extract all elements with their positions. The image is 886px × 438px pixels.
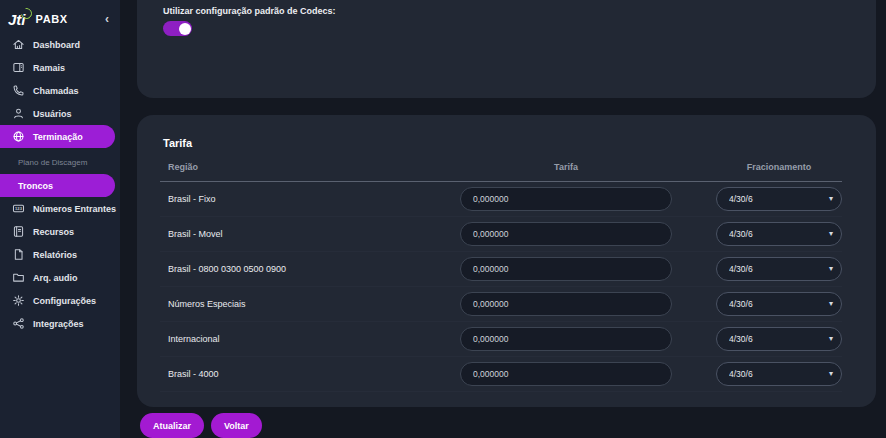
globe-icon <box>12 130 25 143</box>
region-label: Brasil - Movel <box>160 229 416 239</box>
table-row: Internacional4/30/6 <box>160 322 842 357</box>
sidebar-item-chamadas[interactable]: Chamadas <box>0 79 120 102</box>
tarifa-table-body: Brasil - Fixo4/30/6Brasil - Movel4/30/6B… <box>160 182 842 392</box>
fractionation-select[interactable]: 4/30/6 <box>716 292 842 316</box>
sidebar-item-label: Números Entrantes <box>33 204 116 214</box>
sidebar: Jti PABX ‹ DashboardRamaisChamadasUsuári… <box>0 0 120 438</box>
sidebar-item-ramais[interactable]: Ramais <box>0 56 120 79</box>
tarifa-title: Tarifa <box>160 137 842 149</box>
tarifa-input[interactable] <box>460 327 672 351</box>
sidebar-item-usu-rios[interactable]: Usuários <box>0 102 120 125</box>
folder-icon <box>12 271 25 284</box>
svg-text:123: 123 <box>15 206 23 211</box>
integrations-icon <box>12 317 25 330</box>
app-logo: Jti <box>8 12 26 27</box>
column-header-fracionamento: Fracionamento <box>716 162 842 172</box>
home-icon <box>12 38 25 51</box>
tarifa-input[interactable] <box>460 222 672 246</box>
codecs-card: Utilizar configuração padrão de Codecs: <box>137 0 876 98</box>
sidebar-nav: DashboardRamaisChamadasUsuáriosTerminaçã… <box>0 33 120 335</box>
region-label: Brasil - 4000 <box>160 369 416 379</box>
brand-title: PABX <box>36 13 68 25</box>
fractionation-select-wrap: 4/30/6 <box>716 292 842 316</box>
table-row: Brasil - 40004/30/6 <box>160 357 842 392</box>
sidebar-item-arq-audio[interactable]: Arq. audio <box>0 266 120 289</box>
update-button[interactable]: Atualizar <box>140 413 204 438</box>
fractionation-select-wrap: 4/30/6 <box>716 327 842 351</box>
report-icon <box>12 248 25 261</box>
fractionation-select[interactable]: 4/30/6 <box>716 222 842 246</box>
sidebar-item-recursos[interactable]: Recursos <box>0 220 120 243</box>
fractionation-select-wrap: 4/30/6 <box>716 362 842 386</box>
toggle-knob <box>179 23 191 35</box>
back-button[interactable]: Voltar <box>211 413 262 438</box>
region-label: Brasil - Fixo <box>160 194 416 204</box>
sidebar-item-relat-rios[interactable]: Relatórios <box>0 243 120 266</box>
sidebar-item-n-meros-entrantes[interactable]: 123Números Entrantes <box>0 197 120 220</box>
tarifa-input[interactable] <box>460 187 672 211</box>
sidebar-item-configura-es[interactable]: Configurações <box>0 289 120 312</box>
sidebar-item-label: Chamadas <box>33 86 79 96</box>
table-row: Brasil - Fixo4/30/6 <box>160 182 842 217</box>
fractionation-select[interactable]: 4/30/6 <box>716 257 842 281</box>
column-header-region: Região <box>160 162 416 172</box>
sidebar-item-label: Troncos <box>18 181 53 191</box>
tarifa-table-header: Região Tarifa Fracionamento <box>160 162 842 182</box>
region-label: Brasil - 0800 0300 0500 0900 <box>160 264 416 274</box>
sidebar-header: Jti PABX ‹ <box>0 0 120 30</box>
sidebar-item-label: Terminação <box>33 132 83 142</box>
fractionation-select-wrap: 4/30/6 <box>716 222 842 246</box>
tarifa-card: Tarifa Região Tarifa Fracionamento Brasi… <box>137 115 876 407</box>
sidebar-collapse-icon[interactable]: ‹ <box>100 12 114 26</box>
fractionation-select-wrap: 4/30/6 <box>716 187 842 211</box>
fractionation-select[interactable]: 4/30/6 <box>716 187 842 211</box>
table-row: Brasil - 0800 0300 0500 09004/30/6 <box>160 252 842 287</box>
phone-icon <box>12 84 25 97</box>
sidebar-item-label: Relatórios <box>33 250 77 260</box>
column-header-tarifa: Tarifa <box>460 162 672 172</box>
resources-icon <box>12 225 25 238</box>
codecs-default-label: Utilizar configuração padrão de Codecs: <box>163 6 876 16</box>
gear-icon <box>12 294 25 307</box>
fractionation-select[interactable]: 4/30/6 <box>716 362 842 386</box>
fractionation-select-wrap: 4/30/6 <box>716 257 842 281</box>
sidebar-section-label: Plano de Discagem <box>0 148 120 174</box>
app-window: Jti PABX ‹ DashboardRamaisChamadasUsuári… <box>0 0 886 438</box>
sidebar-item-termina-o[interactable]: Terminação <box>0 125 115 148</box>
user-icon <box>12 107 25 120</box>
codecs-default-toggle[interactable] <box>163 21 192 36</box>
extensions-icon <box>12 61 25 74</box>
sidebar-item-troncos[interactable]: Troncos <box>0 174 115 197</box>
sidebar-item-dashboard[interactable]: Dashboard <box>0 33 120 56</box>
sidebar-item-label: Integrações <box>33 319 84 329</box>
region-label: Internacional <box>160 334 416 344</box>
sidebar-item-label: Configurações <box>33 296 96 306</box>
table-row: Brasil - Movel4/30/6 <box>160 217 842 252</box>
main-content: Utilizar configuração padrão de Codecs: … <box>120 0 886 438</box>
sidebar-item-label: Arq. audio <box>33 273 78 283</box>
actions-bar: Atualizar Voltar <box>137 413 876 438</box>
table-row: Números Especiais4/30/6 <box>160 287 842 322</box>
sidebar-item-label: Usuários <box>33 109 72 119</box>
tarifa-input[interactable] <box>460 257 672 281</box>
numbers-icon: 123 <box>12 202 25 215</box>
sidebar-item-label: Recursos <box>33 227 74 237</box>
tarifa-input[interactable] <box>460 292 672 316</box>
sidebar-item-label: Dashboard <box>33 40 80 50</box>
tarifa-input[interactable] <box>460 362 672 386</box>
sidebar-item-integra-es[interactable]: Integrações <box>0 312 120 335</box>
sidebar-item-label: Ramais <box>33 63 65 73</box>
region-label: Números Especiais <box>160 299 416 309</box>
fractionation-select[interactable]: 4/30/6 <box>716 327 842 351</box>
